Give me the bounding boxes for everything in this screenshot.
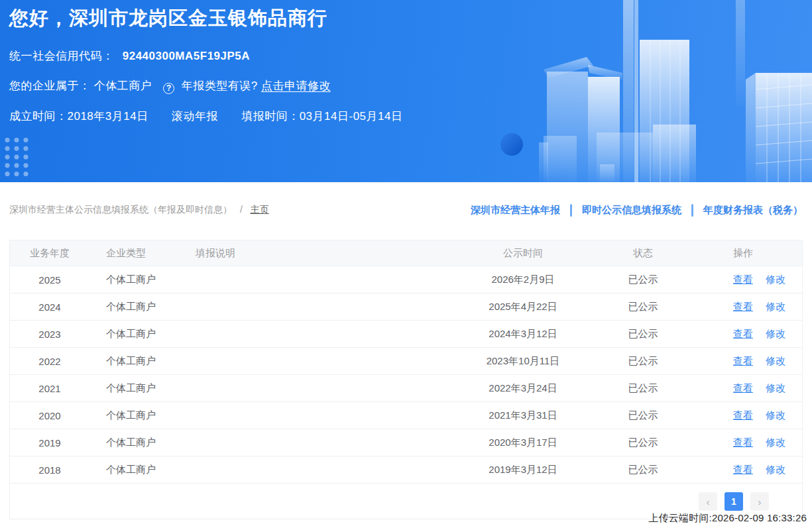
established-label: 成立时间： [9,110,68,123]
breadcrumb-home-link[interactable]: 主页 [251,204,269,215]
header-business-year: 业务年度 [10,247,89,260]
cell-publish-date: 2023年10月11日 [437,355,609,368]
cell-operations: 查看 修改 [677,301,802,313]
company-type-value: 个体工商户 [94,79,152,92]
table-row: 2019 个体工商户 2020年3月17日 已公示 查看 修改 [10,429,802,456]
table-row: 2022 个体工商户 2023年10月11日 已公示 查看 修改 [10,347,802,374]
cell-entity-type: 个体工商户 [89,409,189,422]
cell-status: 已公示 [609,464,677,476]
cell-entity-type: 个体工商户 [89,382,189,395]
cell-entity-type: 个体工商户 [89,437,189,449]
pagination-prev-button[interactable]: ‹ [699,492,717,511]
cell-entity-type: 个体工商户 [89,464,189,476]
table-row: 2023 个体工商户 2024年3月12日 已公示 查看 修改 [10,320,802,347]
annual-report-table: 业务年度 企业类型 填报说明 公示时间 状态 操作 2025 个体工商户 202… [9,240,803,519]
hero-banner: 您好，深圳市龙岗区金玉银饰品商行 统一社会信用代码： 92440300MA5F1… [0,0,812,182]
cell-publish-date: 2025年4月22日 [437,301,609,313]
edit-link[interactable]: 修改 [766,437,785,448]
cell-business-year: 2023 [10,329,89,340]
company-type-label: 您的企业属于： [9,79,91,92]
table-row: 2020 个体工商户 2021年3月31日 已公示 查看 修改 [10,401,802,429]
type-error-hint: 年报类型有误? [182,79,258,92]
edit-link[interactable]: 修改 [766,274,785,285]
cell-entity-type: 个体工商户 [89,274,189,286]
cell-operations: 查看 修改 [677,328,802,341]
header-publish-date: 公示时间 [437,247,609,260]
nav-divider [691,204,693,217]
cell-business-year: 2021 [10,383,89,394]
cell-business-year: 2019 [10,437,89,448]
sub-header: 深圳市经营主体公示信息填报系统（年报及即时信息） / 主页 深圳市经营主体年报 … [0,202,812,218]
view-link[interactable]: 查看 [733,382,753,394]
edit-link[interactable]: 修改 [766,409,785,421]
edit-link[interactable]: 修改 [766,301,785,312]
cell-status: 已公示 [609,328,677,341]
upload-cloud-timestamp: 上传云端时间:2026-02-09 16:33:26 [648,512,807,525]
view-link[interactable]: 查看 [733,437,753,448]
table-row: 2025 个体工商户 2026年2月9日 已公示 查看 修改 [10,266,802,293]
table-row: 2024 个体工商户 2025年4月22日 已公示 查看 修改 [10,293,802,320]
header-operations: 操作 [677,247,802,260]
cell-operations: 查看 修改 [677,437,802,449]
nav-divider [570,204,572,217]
breadcrumb-separator: / [240,204,243,215]
breadcrumb-system-name: 深圳市经营主体公示信息填报系统（年报及即时信息） [9,204,232,215]
cell-operations: 查看 修改 [677,355,802,368]
rolling-report-label: 滚动年报 [172,110,218,123]
cell-entity-type: 个体工商户 [89,301,189,313]
credit-code-label: 统一社会信用代码： [9,50,114,62]
company-type-line: 您的企业属于： 个体工商户 ? 年报类型有误? 点击申请修改 [9,78,812,94]
company-greeting-title: 您好，深圳市龙岗区金玉银饰品商行 [9,5,812,32]
table-header-row: 业务年度 企业类型 填报说明 公示时间 状态 操作 [10,240,802,266]
dot-grid-decoration [3,136,32,178]
edit-link[interactable]: 修改 [766,355,785,366]
credit-code-line: 统一社会信用代码： 92440300MA5F19JP5A [9,48,812,64]
cell-publish-date: 2019年3月12日 [437,464,609,476]
header-status: 状态 [609,247,677,260]
cell-status: 已公示 [609,301,677,313]
cell-business-year: 2020 [10,410,89,421]
view-link[interactable]: 查看 [733,301,753,312]
view-link[interactable]: 查看 [733,328,753,339]
established-date: 2018年3月14日 [68,110,148,123]
cell-publish-date: 2024年3月12日 [437,328,609,341]
edit-link[interactable]: 修改 [766,382,785,394]
cell-entity-type: 个体工商户 [89,328,189,341]
pagination: ‹ 1 › [699,492,769,511]
dates-line: 成立时间：2018年3月14日 滚动年报 填报时间：03月14日-05月14日 [9,109,812,124]
cell-publish-date: 2022年3月24日 [437,382,609,395]
cell-entity-type: 个体工商户 [89,355,189,368]
top-nav: 深圳市经营主体年报 即时公示信息填报系统 年度财务报表（税务） [471,204,803,217]
header-filing-note: 填报说明 [189,247,437,260]
cell-business-year: 2024 [10,301,89,313]
cell-status: 已公示 [609,382,677,395]
cell-operations: 查看 修改 [677,409,802,422]
table-body: 2025 个体工商户 2026年2月9日 已公示 查看 修改 2024 个体工商… [10,266,802,483]
filing-period-value: 03月14日-05月14日 [300,110,403,123]
view-link[interactable]: 查看 [733,464,753,475]
table-row: 2021 个体工商户 2022年3月24日 已公示 查看 修改 [10,374,802,401]
cell-publish-date: 2021年3月31日 [437,409,609,422]
view-link[interactable]: 查看 [733,274,753,285]
cell-status: 已公示 [609,409,677,422]
pagination-page-1-button[interactable]: 1 [725,492,743,511]
view-link[interactable]: 查看 [733,409,753,421]
edit-link[interactable]: 修改 [766,328,785,339]
cell-operations: 查看 修改 [677,382,802,395]
nav-link-instant-info-system[interactable]: 即时公示信息填报系统 [582,204,681,217]
view-link[interactable]: 查看 [733,355,753,366]
chevron-left-icon: ‹ [707,496,710,507]
question-circle-icon: ? [163,83,174,94]
cell-status: 已公示 [609,355,677,368]
nav-link-annual-report[interactable]: 深圳市经营主体年报 [471,204,560,217]
edit-link[interactable]: 修改 [766,464,785,475]
breadcrumb: 深圳市经营主体公示信息填报系统（年报及即时信息） / 主页 [9,204,269,216]
table-row: 2018 个体工商户 2019年3月12日 已公示 查看 修改 [10,456,802,483]
cell-business-year: 2022 [10,356,89,367]
pagination-next-button[interactable]: › [750,492,769,511]
apply-change-link[interactable]: 点击申请修改 [261,79,331,92]
cell-status: 已公示 [609,437,677,449]
header-entity-type: 企业类型 [89,247,189,260]
nav-link-financial-report-tax[interactable]: 年度财务报表（税务） [703,204,803,217]
cell-publish-date: 2020年3月17日 [437,437,609,449]
